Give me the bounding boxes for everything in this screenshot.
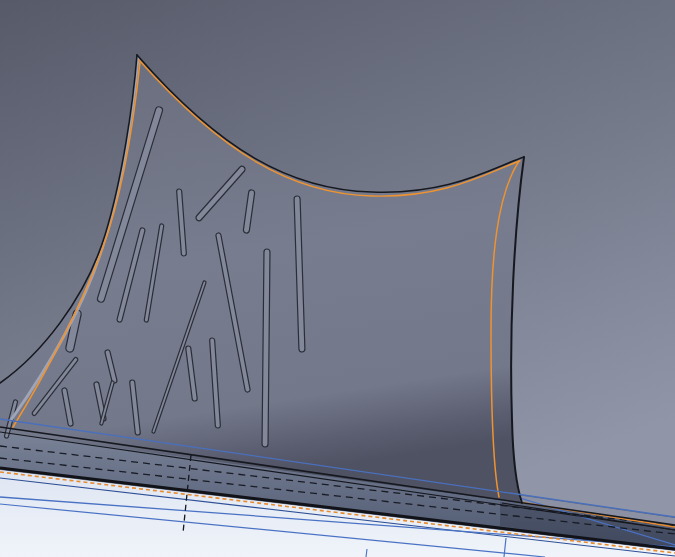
cad-application-window bbox=[0, 0, 675, 557]
slot-cutout[interactable] bbox=[262, 249, 270, 447]
cad-3d-viewport[interactable] bbox=[0, 0, 675, 557]
